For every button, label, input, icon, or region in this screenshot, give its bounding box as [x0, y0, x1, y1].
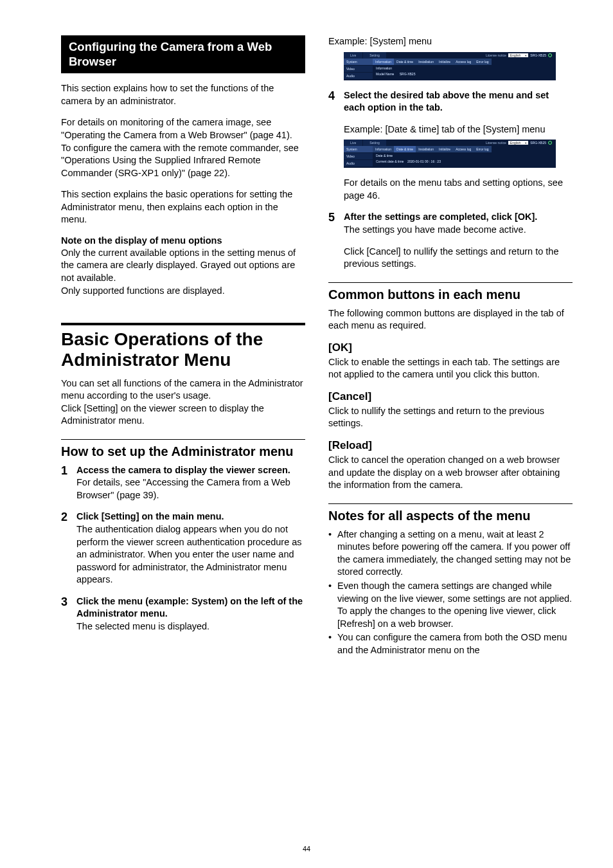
side-audio[interactable]: Audio — [344, 160, 373, 167]
paragraph: You can set all functions of the camera … — [61, 377, 305, 402]
example-label: Example: [Date & time] tab of the [Syste… — [344, 123, 573, 136]
field-value: SRG-XB25 — [400, 72, 416, 76]
step-lead: After the settings are completed, click … — [344, 212, 537, 222]
admin-menu-datetime-screenshot: Live Setting License notice English SRG-… — [344, 140, 556, 168]
step-number: 5 — [328, 211, 344, 236]
tab-accesslog[interactable]: Access log — [453, 146, 474, 152]
paragraph: The following common buttons are display… — [328, 307, 573, 332]
divider — [328, 282, 573, 283]
step-number: 3 — [61, 595, 76, 633]
tab-information[interactable]: Information — [373, 146, 394, 152]
side-audio[interactable]: Audio — [344, 73, 373, 80]
note-item: Even though the camera settings are chan… — [328, 580, 573, 630]
language-select[interactable]: English — [508, 141, 528, 145]
tab-live[interactable]: Live — [344, 52, 363, 59]
note-item: After changing a setting on a menu, wait… — [328, 529, 573, 579]
note-heading: Note on the display of menu options — [61, 235, 305, 246]
side-video[interactable]: Video — [344, 66, 373, 73]
tab-datetime[interactable]: Date & time — [394, 59, 416, 65]
step-1: 1 Access the camera to display the viewe… — [61, 464, 305, 502]
tab-information[interactable]: Information — [373, 59, 394, 65]
step-lead: Access the camera to display the viewer … — [76, 465, 290, 475]
side-video[interactable]: Video — [344, 153, 373, 160]
divider — [61, 323, 305, 325]
step-lead: Click [Setting] on the main menu. — [76, 511, 224, 521]
paragraph: For details on the menu tabs and setting… — [344, 177, 573, 202]
step-body: The authentication dialog appears when y… — [76, 524, 302, 584]
note-body: Only the current available options in th… — [61, 247, 305, 297]
tab-setting[interactable]: Setting — [363, 52, 387, 59]
tab-accesslog[interactable]: Access log — [453, 59, 474, 65]
ok-heading: [OK] — [328, 341, 573, 354]
step-body: The selected menu is displayed. — [76, 621, 209, 631]
paragraph: To configure the camera with the remote … — [61, 142, 305, 180]
side-system[interactable]: System — [344, 146, 373, 153]
subsection-heading: Common buttons in each menu — [328, 287, 573, 302]
step-number: 2 — [61, 511, 76, 586]
tab-initialize[interactable]: Initialize — [436, 59, 453, 65]
reload-heading: [Reload] — [328, 439, 573, 452]
step-3: 3 Click the menu (example: System) on th… — [61, 595, 305, 633]
step-2: 2 Click [Setting] on the main menu.The a… — [61, 511, 305, 586]
section-heading: Configuring the Camera from a Web Browse… — [61, 35, 305, 73]
step-number: 4 — [328, 89, 344, 114]
tab-setting[interactable]: Setting — [363, 140, 387, 146]
paragraph: For details on monitoring of the camera … — [61, 116, 305, 141]
intro-paragraph: This section explains how to set the fun… — [61, 82, 305, 107]
tab-live[interactable]: Live — [344, 140, 363, 146]
model-label: SRG-XB25 — [530, 53, 546, 57]
tab-datetime[interactable]: Date & time — [394, 146, 416, 152]
paragraph: Click to enable the settings in each tab… — [328, 356, 573, 381]
paragraph: Click to cancel the operation changed on… — [328, 454, 573, 492]
paragraph: This section explains the basic operatio… — [61, 188, 305, 226]
step-5: 5 After the settings are completed, clic… — [328, 211, 573, 236]
paragraph: Click [Setting] on the viewer screen to … — [61, 402, 305, 428]
step-number: 1 — [61, 464, 76, 502]
paragraph: Click [Cancel] to nullify the settings a… — [344, 246, 573, 271]
field-label: Model Name — [376, 72, 394, 76]
content-heading: Date & time — [376, 154, 441, 158]
paragraph: Click to nullify the settings and return… — [328, 405, 573, 430]
tab-installation[interactable]: Installation — [416, 59, 436, 65]
page-title: Basic Operations of the Administrator Me… — [61, 329, 305, 370]
power-icon[interactable] — [548, 141, 552, 145]
divider — [61, 439, 305, 440]
step-lead: Select the desired tab above the menu an… — [344, 90, 549, 113]
step-body: For details, see "Accessing the Camera f… — [76, 477, 290, 500]
content-heading: Information — [376, 66, 415, 70]
step-body: The settings you have made become active… — [344, 224, 526, 235]
note-item: You can configure the camera from both t… — [328, 631, 573, 656]
tab-installation[interactable]: Installation — [416, 146, 436, 152]
step-4: 4 Select the desired tab above the menu … — [328, 89, 573, 114]
page-number: 44 — [0, 845, 613, 853]
example-label: Example: [System] menu — [328, 35, 573, 48]
field-value: 2020-01-01 00 : 16 : 23 — [407, 159, 441, 163]
cancel-heading: [Cancel] — [328, 390, 573, 403]
license-label: License notice — [486, 53, 506, 57]
tab-initialize[interactable]: Initialize — [436, 146, 453, 152]
model-label: SRG-XB25 — [530, 141, 546, 145]
divider — [328, 503, 573, 504]
subsection-heading: Notes for all aspects of the menu — [328, 508, 573, 523]
subsection-heading: How to set up the Administrator menu — [61, 444, 305, 459]
side-system[interactable]: System — [344, 59, 373, 66]
step-lead: Click the menu (example: System) on the … — [76, 596, 303, 619]
admin-menu-screenshot: Live Setting License notice English SRG-… — [344, 52, 556, 80]
field-label: Current date & time — [376, 159, 404, 163]
license-label: License notice — [486, 141, 506, 145]
language-select[interactable]: English — [508, 53, 528, 57]
tab-errorlog[interactable]: Error log — [474, 146, 491, 152]
tab-errorlog[interactable]: Error log — [474, 59, 491, 65]
power-icon[interactable] — [548, 53, 552, 57]
